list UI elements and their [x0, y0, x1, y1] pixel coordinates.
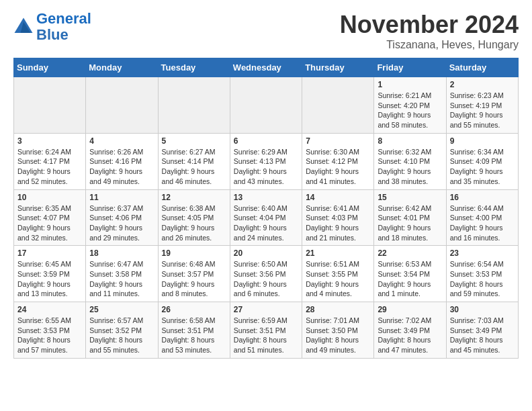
- day-number: 30: [450, 305, 515, 314]
- day-number: 13: [234, 193, 298, 202]
- day-info: Sunrise: 6:27 AM Sunset: 4:14 PM Dayligh…: [162, 147, 226, 187]
- location: Tiszanana, Heves, Hungary: [340, 39, 519, 51]
- day-info: Sunrise: 6:47 AM Sunset: 3:58 PM Dayligh…: [89, 259, 154, 299]
- day-number: 1: [378, 80, 442, 89]
- calendar-cell: 17Sunrise: 6:45 AM Sunset: 3:59 PM Dayli…: [14, 246, 86, 302]
- calendar-cell: 10Sunrise: 6:35 AM Sunset: 4:07 PM Dayli…: [14, 189, 86, 246]
- weekday-header-wednesday: Wednesday: [230, 58, 302, 77]
- calendar-cell: 13Sunrise: 6:40 AM Sunset: 4:04 PM Dayli…: [230, 189, 302, 246]
- calendar-cell: 29Sunrise: 7:02 AM Sunset: 3:49 PM Dayli…: [374, 302, 446, 359]
- weekday-header-row: SundayMondayTuesdayWednesdayThursdayFrid…: [14, 58, 519, 77]
- day-number: 14: [306, 193, 370, 202]
- calendar-cell: 18Sunrise: 6:47 AM Sunset: 3:58 PM Dayli…: [86, 246, 158, 302]
- day-info: Sunrise: 7:03 AM Sunset: 3:49 PM Dayligh…: [450, 316, 515, 355]
- day-info: Sunrise: 6:59 AM Sunset: 3:51 PM Dayligh…: [234, 316, 298, 355]
- calendar-cell: 12Sunrise: 6:38 AM Sunset: 4:05 PM Dayli…: [158, 189, 230, 246]
- day-number: 7: [306, 136, 370, 146]
- day-info: Sunrise: 6:24 AM Sunset: 4:17 PM Dayligh…: [17, 147, 82, 187]
- day-number: 17: [17, 248, 82, 258]
- day-info: Sunrise: 6:35 AM Sunset: 4:07 PM Dayligh…: [17, 203, 82, 243]
- day-info: Sunrise: 6:58 AM Sunset: 3:51 PM Dayligh…: [162, 316, 226, 355]
- calendar-cell: 8Sunrise: 6:32 AM Sunset: 4:10 PM Daylig…: [374, 133, 446, 189]
- day-number: 28: [306, 305, 370, 314]
- calendar-cell: 9Sunrise: 6:34 AM Sunset: 4:09 PM Daylig…: [446, 133, 518, 189]
- calendar-cell: 4Sunrise: 6:26 AM Sunset: 4:16 PM Daylig…: [86, 133, 158, 189]
- logo-line1: General: [36, 10, 91, 27]
- day-info: Sunrise: 6:41 AM Sunset: 4:03 PM Dayligh…: [306, 203, 370, 243]
- calendar-cell: 26Sunrise: 6:58 AM Sunset: 3:51 PM Dayli…: [158, 302, 230, 359]
- day-number: 16: [450, 193, 515, 202]
- calendar-cell: 2Sunrise: 6:23 AM Sunset: 4:19 PM Daylig…: [446, 77, 518, 134]
- day-number: 27: [234, 305, 298, 314]
- day-number: 25: [89, 305, 154, 314]
- calendar-cell: 19Sunrise: 6:48 AM Sunset: 3:57 PM Dayli…: [158, 246, 230, 302]
- weekday-header-tuesday: Tuesday: [158, 58, 230, 77]
- logo-icon: [13, 17, 34, 37]
- day-number: 15: [378, 193, 442, 202]
- calendar-cell: 1Sunrise: 6:21 AM Sunset: 4:20 PM Daylig…: [374, 77, 446, 134]
- day-info: Sunrise: 6:29 AM Sunset: 4:13 PM Dayligh…: [234, 147, 298, 187]
- weekday-header-sunday: Sunday: [14, 58, 86, 77]
- day-info: Sunrise: 6:30 AM Sunset: 4:12 PM Dayligh…: [306, 147, 370, 187]
- day-info: Sunrise: 6:55 AM Sunset: 3:53 PM Dayligh…: [17, 316, 82, 355]
- calendar-cell: 28Sunrise: 7:01 AM Sunset: 3:50 PM Dayli…: [302, 302, 374, 359]
- calendar-cell: 20Sunrise: 6:50 AM Sunset: 3:56 PM Dayli…: [230, 246, 302, 302]
- month-title: November 2024: [340, 11, 519, 39]
- calendar-cell: [158, 77, 230, 134]
- day-number: 22: [378, 248, 442, 258]
- day-info: Sunrise: 6:37 AM Sunset: 4:06 PM Dayligh…: [89, 203, 154, 243]
- day-number: 23: [450, 248, 515, 258]
- day-info: Sunrise: 6:44 AM Sunset: 4:00 PM Dayligh…: [450, 203, 515, 243]
- logo-text: General Blue: [36, 11, 91, 43]
- day-info: Sunrise: 6:53 AM Sunset: 3:54 PM Dayligh…: [378, 259, 442, 299]
- day-info: Sunrise: 6:48 AM Sunset: 3:57 PM Dayligh…: [162, 259, 226, 299]
- day-number: 9: [450, 136, 515, 146]
- day-info: Sunrise: 6:50 AM Sunset: 3:56 PM Dayligh…: [234, 259, 298, 299]
- day-number: 12: [162, 193, 226, 202]
- calendar-cell: 22Sunrise: 6:53 AM Sunset: 3:54 PM Dayli…: [374, 246, 446, 302]
- day-info: Sunrise: 6:26 AM Sunset: 4:16 PM Dayligh…: [89, 147, 154, 187]
- calendar-cell: 3Sunrise: 6:24 AM Sunset: 4:17 PM Daylig…: [14, 133, 86, 189]
- day-info: Sunrise: 6:51 AM Sunset: 3:55 PM Dayligh…: [306, 259, 370, 299]
- day-number: 21: [306, 248, 370, 258]
- day-info: Sunrise: 7:02 AM Sunset: 3:49 PM Dayligh…: [378, 316, 442, 355]
- calendar-cell: 23Sunrise: 6:54 AM Sunset: 3:53 PM Dayli…: [446, 246, 518, 302]
- day-info: Sunrise: 6:32 AM Sunset: 4:10 PM Dayligh…: [378, 147, 442, 187]
- day-info: Sunrise: 6:54 AM Sunset: 3:53 PM Dayligh…: [450, 259, 515, 299]
- calendar-cell: 14Sunrise: 6:41 AM Sunset: 4:03 PM Dayli…: [302, 189, 374, 246]
- day-info: Sunrise: 6:57 AM Sunset: 3:52 PM Dayligh…: [89, 316, 154, 355]
- calendar-cell: 27Sunrise: 6:59 AM Sunset: 3:51 PM Dayli…: [230, 302, 302, 359]
- calendar-week-row: 17Sunrise: 6:45 AM Sunset: 3:59 PM Dayli…: [14, 246, 519, 302]
- day-number: 6: [234, 136, 298, 146]
- day-info: Sunrise: 6:42 AM Sunset: 4:01 PM Dayligh…: [378, 203, 442, 243]
- calendar-week-row: 1Sunrise: 6:21 AM Sunset: 4:20 PM Daylig…: [14, 77, 519, 134]
- day-number: 5: [162, 136, 226, 146]
- calendar-cell: 21Sunrise: 6:51 AM Sunset: 3:55 PM Dayli…: [302, 246, 374, 302]
- day-number: 19: [162, 248, 226, 258]
- weekday-header-saturday: Saturday: [446, 58, 518, 77]
- day-info: Sunrise: 6:45 AM Sunset: 3:59 PM Dayligh…: [17, 259, 82, 299]
- calendar-table: SundayMondayTuesdayWednesdayThursdayFrid…: [13, 58, 519, 359]
- day-number: 11: [89, 193, 154, 202]
- day-info: Sunrise: 6:21 AM Sunset: 4:20 PM Dayligh…: [378, 91, 442, 130]
- header: General Blue November 2024 Tiszanana, He…: [13, 11, 519, 51]
- calendar-week-row: 10Sunrise: 6:35 AM Sunset: 4:07 PM Dayli…: [14, 189, 519, 246]
- calendar-week-row: 24Sunrise: 6:55 AM Sunset: 3:53 PM Dayli…: [14, 302, 519, 359]
- day-number: 29: [378, 305, 442, 314]
- calendar-week-row: 3Sunrise: 6:24 AM Sunset: 4:17 PM Daylig…: [14, 133, 519, 189]
- weekday-header-monday: Monday: [86, 58, 158, 77]
- calendar-cell: [302, 77, 374, 134]
- calendar-cell: 24Sunrise: 6:55 AM Sunset: 3:53 PM Dayli…: [14, 302, 86, 359]
- day-number: 10: [17, 193, 82, 202]
- calendar-cell: 6Sunrise: 6:29 AM Sunset: 4:13 PM Daylig…: [230, 133, 302, 189]
- day-number: 18: [89, 248, 154, 258]
- day-info: Sunrise: 6:34 AM Sunset: 4:09 PM Dayligh…: [450, 147, 515, 187]
- day-info: Sunrise: 6:23 AM Sunset: 4:19 PM Dayligh…: [450, 91, 515, 130]
- logo-line2: Blue: [36, 26, 69, 43]
- day-number: 4: [89, 136, 154, 146]
- calendar-cell: 7Sunrise: 6:30 AM Sunset: 4:12 PM Daylig…: [302, 133, 374, 189]
- calendar-cell: [230, 77, 302, 134]
- calendar-cell: 11Sunrise: 6:37 AM Sunset: 4:06 PM Dayli…: [86, 189, 158, 246]
- page: General Blue November 2024 Tiszanana, He…: [0, 0, 532, 369]
- day-number: 20: [234, 248, 298, 258]
